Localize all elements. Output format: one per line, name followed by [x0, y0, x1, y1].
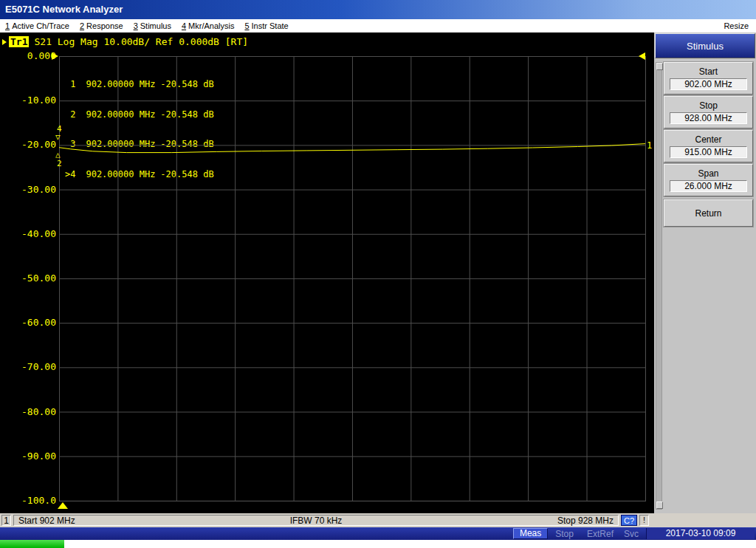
stop-value: 928.00 MHz	[670, 112, 747, 124]
marker-triangle-down-icon: ▽	[55, 133, 61, 141]
active-trace-arrow-icon	[2, 39, 7, 45]
marker-number-label: 2	[57, 160, 62, 168]
span-value: 26.000 MHz	[670, 180, 747, 192]
plot-area: Tr1 S21 Log Mag 10.00dB/ Ref 0.000dB [RT…	[0, 32, 654, 513]
menu-response[interactable]: 2Response	[75, 21, 128, 30]
bottom-strip	[0, 540, 756, 548]
stop-status-indicator: Stop	[555, 529, 574, 539]
s21-trace	[59, 144, 645, 153]
analyzer-screen: E5071C Network Analyzer 1Active Ch/Trace…	[0, 0, 756, 548]
softkey-scrollbar[interactable]	[656, 62, 662, 510]
trace-end-number: 1	[647, 140, 652, 151]
y-tick-label: -80.00	[1, 406, 56, 417]
menu-instr-state[interactable]: 5Instr State	[239, 21, 293, 30]
ifbw-text: IFBW 70 kHz	[14, 516, 618, 526]
softkey-menu-title: Stimulus	[655, 33, 755, 58]
trace-svg	[59, 56, 645, 501]
softkey-center[interactable]: Center 915.00 MHz	[664, 130, 753, 162]
scroll-up-icon[interactable]	[656, 63, 663, 70]
marker-triangle-up-icon: △	[55, 151, 61, 159]
y-tick-label: 0.000	[1, 50, 56, 61]
trace-format-text: S21 Log Mag 10.00dB/ Ref 0.000dB [RT]	[34, 36, 248, 47]
sweep-start-arrow-icon	[58, 502, 68, 509]
status-bar: 1 Start 902 MHz IFBW 70 kHz Stop 928 MHz…	[0, 513, 756, 527]
trace-badge[interactable]: Tr1	[9, 36, 29, 47]
softkey-panel: Stimulus Start 902.00 MHz Stop 928.00 MH…	[654, 32, 756, 513]
window-title: E5071C Network Analyzer	[5, 4, 123, 15]
scroll-down-icon[interactable]	[656, 501, 663, 509]
reference-level-arrow-right-icon	[639, 52, 645, 60]
y-tick-label: -30.00	[1, 184, 56, 195]
softkey-start[interactable]: Start 902.00 MHz	[664, 62, 753, 95]
svc-status-indicator: Svc	[624, 529, 639, 539]
meas-status-indicator: Meas	[513, 528, 548, 539]
menu-active-ch-trace[interactable]: 1Active Ch/Trace	[0, 21, 75, 30]
softkey-span[interactable]: Span 26.000 MHz	[664, 164, 753, 196]
cal-status-badge: C?	[621, 515, 637, 526]
warning-indicator: !	[639, 515, 649, 526]
window-title-bar: E5071C Network Analyzer	[0, 0, 756, 19]
start-value: 902.00 MHz	[670, 78, 747, 90]
y-tick-label: -90.00	[1, 451, 56, 462]
y-tick-label: -60.00	[1, 317, 56, 328]
menu-mkr-analysis[interactable]: 4Mkr/Analysis	[176, 21, 239, 30]
menu-bar: 1Active Ch/Trace 2Response 3Stimulus 4Mk…	[0, 19, 756, 32]
graticule: 4 ▽ △ 2	[59, 56, 646, 501]
softkey-stop[interactable]: Stop 928.00 MHz	[664, 96, 753, 129]
datetime-display: 2017-03-10 09:09	[646, 528, 755, 539]
extref-status-indicator: ExtRef	[587, 529, 614, 539]
channel-number: 1	[1, 515, 11, 526]
menu-stimulus[interactable]: 3Stimulus	[128, 21, 176, 30]
y-tick-label: -10.00	[1, 95, 56, 106]
softkey-return[interactable]: Return	[664, 199, 753, 227]
y-tick-label: -100.0	[1, 495, 56, 506]
y-tick-label: -20.00	[1, 139, 56, 150]
y-tick-label: -70.00	[1, 361, 56, 372]
trace-header: Tr1 S21 Log Mag 10.00dB/ Ref 0.000dB [RT…	[2, 36, 248, 47]
instrument-status-bar: Meas Stop ExtRef Svc 2017-03-10 09:09	[0, 527, 756, 540]
y-tick-label: -40.00	[1, 228, 56, 239]
y-tick-label: -50.00	[1, 273, 56, 284]
reference-level-arrow-left-icon	[52, 52, 58, 60]
menu-resize[interactable]: Resize	[718, 21, 756, 30]
taskbar-button-fragment[interactable]	[0, 540, 64, 548]
sweep-range-panel: Start 902 MHz IFBW 70 kHz Stop 928 MHz	[13, 515, 619, 526]
center-value: 915.00 MHz	[670, 146, 747, 158]
